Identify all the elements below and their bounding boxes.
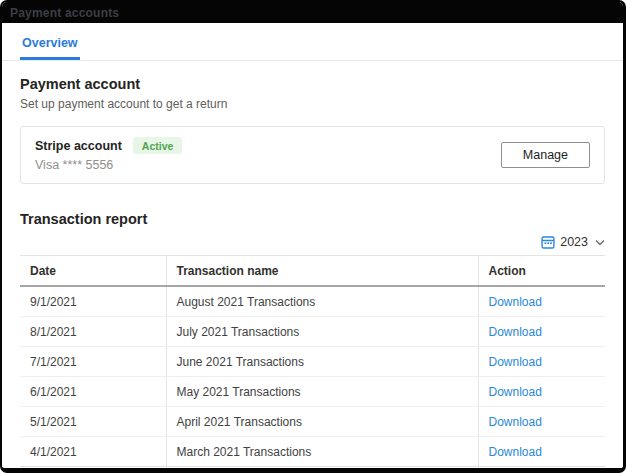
table-row: 7/1/2021June 2021 TransactionsDownload — [20, 347, 605, 377]
date-cell: 5/1/2021 — [20, 407, 166, 437]
download-link[interactable]: Download — [489, 385, 542, 399]
app-window: Payment accounts Overview Payment accoun… — [0, 0, 626, 473]
transaction-name-cell: June 2021 Transactions — [166, 347, 478, 377]
download-link[interactable]: Download — [489, 295, 542, 309]
transaction-name-cell: May 2021 Transactions — [166, 377, 478, 407]
action-cell: Download — [478, 317, 605, 347]
column-header-transaction-name: Transaction name — [166, 256, 478, 287]
tab-bar: Overview — [2, 23, 623, 61]
manage-button[interactable]: Manage — [501, 142, 590, 168]
download-link[interactable]: Download — [489, 325, 542, 339]
payment-account-heading: Payment account — [20, 76, 605, 92]
account-info: Stripe account Active Visa **** 5556 — [35, 137, 182, 172]
payment-account-subheading: Set up payment account to get a return — [20, 97, 605, 111]
year-selector[interactable]: 2023 — [20, 235, 605, 249]
action-cell: Download — [478, 407, 605, 437]
date-cell: 6/1/2021 — [20, 377, 166, 407]
payment-account-section: Payment account Set up payment account t… — [2, 61, 623, 184]
transaction-report-section: Transaction report 2023 — [2, 184, 623, 467]
download-link[interactable]: Download — [489, 415, 542, 429]
table-row: 4/1/2021March 2021 TransactionsDownload — [20, 437, 605, 467]
date-cell: 9/1/2021 — [20, 286, 166, 317]
action-cell: Download — [478, 347, 605, 377]
column-header-date: Date — [20, 256, 166, 287]
chevron-down-icon — [595, 239, 605, 246]
transaction-name-cell: March 2021 Transactions — [166, 437, 478, 467]
download-link[interactable]: Download — [489, 355, 542, 369]
column-header-action: Action — [478, 256, 605, 287]
transaction-table: Date Transaction name Action 9/1/2021Aug… — [20, 255, 605, 467]
date-cell: 4/1/2021 — [20, 437, 166, 467]
status-badge: Active — [133, 137, 183, 154]
table-header-row: Date Transaction name Action — [20, 256, 605, 287]
date-cell: 7/1/2021 — [20, 347, 166, 377]
action-cell: Download — [478, 437, 605, 467]
transaction-name-cell: August 2021 Transactions — [166, 286, 478, 317]
calendar-icon — [541, 235, 555, 249]
transaction-name-cell: April 2021 Transactions — [166, 407, 478, 437]
stripe-account-card: Stripe account Active Visa **** 5556 Man… — [20, 126, 605, 184]
table-row: 5/1/2021April 2021 TransactionsDownload — [20, 407, 605, 437]
transaction-name-cell: July 2021 Transactions — [166, 317, 478, 347]
main-content: Overview Payment account Set up payment … — [2, 23, 623, 468]
account-name: Stripe account — [35, 139, 122, 153]
transaction-report-heading: Transaction report — [20, 211, 605, 227]
table-row: 9/1/2021August 2021 TransactionsDownload — [20, 286, 605, 317]
table-row: 6/1/2021May 2021 TransactionsDownload — [20, 377, 605, 407]
card-number-text: Visa **** 5556 — [35, 158, 182, 172]
window-titlebar: Payment accounts — [2, 2, 623, 23]
date-cell: 8/1/2021 — [20, 317, 166, 347]
action-cell: Download — [478, 286, 605, 317]
tab-overview[interactable]: Overview — [20, 23, 80, 60]
action-cell: Download — [478, 377, 605, 407]
year-value: 2023 — [560, 235, 588, 249]
download-link[interactable]: Download — [489, 445, 542, 459]
table-row: 8/1/2021July 2021 TransactionsDownload — [20, 317, 605, 347]
window-title: Payment accounts — [10, 6, 119, 20]
